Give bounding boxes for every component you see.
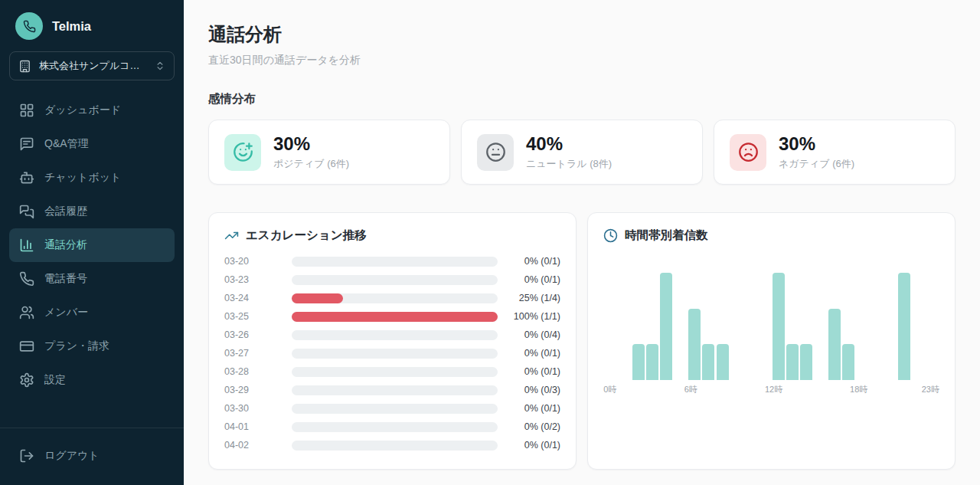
escalation-row: 03-27 0% (0/1) xyxy=(224,344,560,362)
hour-slot xyxy=(870,273,884,380)
sidebar-item-label: 会話履歴 xyxy=(44,205,87,218)
sidebar-item-label: プラン・請求 xyxy=(44,339,109,353)
axis-tick-label xyxy=(617,384,631,395)
app-name: Telmia xyxy=(52,19,91,34)
hour-slot xyxy=(772,273,786,380)
escalation-date-label: 03-29 xyxy=(224,385,292,395)
sentiment-face-icon xyxy=(477,134,514,171)
sidebar-item[interactable]: チャットボット xyxy=(9,161,175,195)
axis-tick-label: 12時 xyxy=(765,384,782,395)
hour-slot xyxy=(645,273,659,380)
escalation-row: 03-29 0% (0/3) xyxy=(224,381,560,399)
escalation-rows: 03-20 0% (0/1) 03-23 0% (0/1) xyxy=(224,252,560,454)
escalation-value-label: 0% (0/4) xyxy=(498,329,560,340)
axis-tick-label xyxy=(697,384,711,395)
hour-bar xyxy=(646,344,658,380)
escalation-date-label: 03-27 xyxy=(224,348,292,359)
escalation-value-label: 100% (1/1) xyxy=(498,311,560,322)
sentiment-value: 30% xyxy=(273,133,349,155)
hourly-chart-header: 時間帯別着信数 xyxy=(603,228,939,244)
axis-tick-label xyxy=(738,384,752,395)
sidebar-item[interactable]: 会話履歴 xyxy=(9,195,175,228)
escalation-value-label: 0% (0/1) xyxy=(498,440,560,451)
logout-button[interactable]: ログアウト xyxy=(9,439,175,473)
page-title: 通話分析 xyxy=(208,22,956,47)
escalation-bar-track xyxy=(292,349,498,359)
building-icon xyxy=(18,60,31,73)
hour-slot xyxy=(617,273,631,380)
sidebar-item[interactable]: Q&A管理 xyxy=(9,127,175,161)
axis-tick-label xyxy=(809,384,823,395)
sentiment-card: 30% ポジティブ (6件) xyxy=(208,120,450,185)
escalation-row: 03-26 0% (0/4) xyxy=(224,326,560,344)
sidebar-divider xyxy=(0,428,184,428)
logout-label: ログアウト xyxy=(44,449,100,463)
sidebar-item[interactable]: 通話分析 xyxy=(9,228,175,262)
hour-slot xyxy=(799,273,813,380)
clock-icon xyxy=(603,228,618,243)
app-root: Telmia 株式会社サンプルコ… ダッシュボード Q&A管理 チャットボット xyxy=(0,0,980,485)
sidebar-item[interactable]: メンバー xyxy=(9,296,175,329)
sidebar-item[interactable]: 設定 xyxy=(9,363,175,397)
escalation-value-label: 0% (0/1) xyxy=(498,274,560,285)
axis-tick-label xyxy=(867,384,881,395)
sidebar-item[interactable]: 電話番号 xyxy=(9,262,175,296)
axis-tick-label xyxy=(671,384,684,395)
escalation-date-label: 03-25 xyxy=(224,311,292,322)
escalation-value-label: 0% (0/1) xyxy=(498,403,560,414)
escalation-bar-track xyxy=(292,404,498,414)
escalation-row: 04-01 0% (0/2) xyxy=(224,418,560,436)
hour-slot xyxy=(841,273,855,380)
sentiment-label: ネガティブ (6件) xyxy=(779,157,854,171)
hour-bar xyxy=(800,344,812,380)
hour-slot xyxy=(673,273,687,380)
sidebar-item-label: ダッシュボード xyxy=(44,103,121,117)
axis-tick-label xyxy=(837,384,851,395)
escalation-row: 03-30 0% (0/1) xyxy=(224,399,560,418)
axis-tick-label xyxy=(711,384,725,395)
hourly-x-axis: 0時6時12時18時23時 xyxy=(603,384,939,395)
sidebar-item-icon xyxy=(19,372,34,388)
hour-bar xyxy=(786,344,799,380)
axis-tick-label xyxy=(644,384,658,395)
axis-tick-label xyxy=(796,384,810,395)
hour-slot xyxy=(786,273,799,380)
hour-slot xyxy=(926,273,939,380)
hour-slot xyxy=(715,273,729,380)
sentiment-label: ニュートラル (8件) xyxy=(526,157,612,171)
sidebar-item-label: メンバー xyxy=(44,306,88,320)
sidebar-item[interactable]: プラン・請求 xyxy=(9,329,175,363)
escalation-bar-track xyxy=(292,275,498,285)
axis-tick-label xyxy=(751,384,765,395)
escalation-bar-track xyxy=(292,441,498,451)
sidebar-item-icon xyxy=(19,271,34,287)
escalation-value-label: 0% (0/1) xyxy=(498,366,560,377)
escalation-bar-track xyxy=(292,257,498,267)
axis-tick-label xyxy=(894,384,908,395)
app-logo: Telmia xyxy=(9,9,175,40)
sentiment-card: 40% ニュートラル (8件) xyxy=(461,120,703,185)
escalation-row: 03-20 0% (0/1) xyxy=(224,252,560,270)
sidebar-item-icon xyxy=(19,136,34,152)
main-content: 通話分析 直近30日間の通話データを分析 感情分布 30% ポジティブ (6件) xyxy=(184,0,980,485)
escalation-chart-header: エスカレーション推移 xyxy=(224,228,560,244)
sentiment-card: 30% ネガティブ (6件) xyxy=(714,120,956,185)
escalation-bar-track xyxy=(292,293,498,303)
escalation-bar-track xyxy=(292,330,498,340)
hourly-chart-card: 時間帯別着信数 xyxy=(587,212,956,470)
sidebar-item-label: Q&A管理 xyxy=(44,137,89,151)
hourly-chart-title: 時間帯別着信数 xyxy=(625,228,708,244)
hour-slot xyxy=(912,273,926,380)
escalation-chart-card: エスカレーション推移 03-20 0% (0/1) 03-23 xyxy=(208,212,577,470)
escalation-date-label: 03-23 xyxy=(224,274,292,285)
sentiment-value: 40% xyxy=(526,133,612,155)
sidebar-item-label: 通話分析 xyxy=(44,238,87,252)
escalation-date-label: 03-28 xyxy=(224,366,292,377)
hour-slot xyxy=(730,273,743,380)
page-subtitle: 直近30日間の通話データを分析 xyxy=(208,54,956,67)
company-selector[interactable]: 株式会社サンプルコ… xyxy=(9,51,175,80)
hour-slot xyxy=(897,273,911,380)
sidebar-item[interactable]: ダッシュボード xyxy=(9,93,175,127)
sentiment-value: 30% xyxy=(779,133,854,155)
escalation-date-label: 04-01 xyxy=(224,421,292,432)
